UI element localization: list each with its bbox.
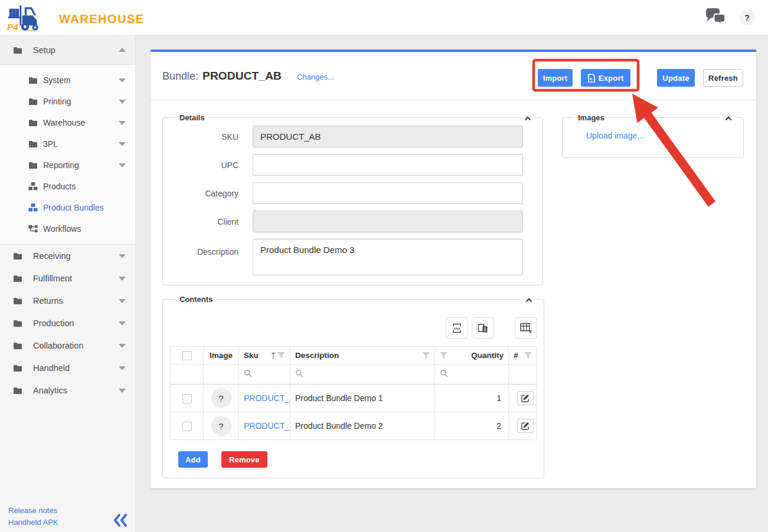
products-icon — [28, 203, 38, 212]
edit-row-button[interactable] — [517, 419, 534, 433]
column-label: Description — [295, 351, 339, 360]
collapse-double-chevron-icon[interactable] — [113, 513, 128, 527]
row-checkbox[interactable] — [182, 394, 192, 403]
sku-link[interactable]: PRODUCT_B — [244, 421, 290, 431]
sidebar-item-reporting[interactable]: Reporting — [0, 155, 135, 176]
table-row: ? PRODUCT_B Product Bundle Demo 2 2 — [171, 412, 537, 440]
sidebar-item-production[interactable]: Production — [0, 312, 135, 334]
folder-icon — [13, 386, 22, 395]
sidebar-item-3pl[interactable]: 3PL — [0, 133, 135, 155]
upload-image-link[interactable]: Upload image... — [586, 131, 644, 140]
sidebar-item-products[interactable]: Products — [0, 176, 135, 197]
sidebar-item-collaboration[interactable]: Collaboration — [0, 334, 135, 357]
image-placeholder[interactable]: ? — [211, 388, 231, 408]
quantity-cell: 2 — [435, 412, 509, 440]
sidebar-item-returns[interactable]: Returns — [0, 290, 135, 312]
filter-funnel-icon[interactable] — [277, 352, 285, 359]
sidebar-item-fulfillment[interactable]: Fulfillment — [0, 267, 135, 290]
topbar-icons: ? — [704, 8, 755, 27]
help-button[interactable]: ? — [739, 9, 755, 25]
export-xlsx-icon: xlsx — [451, 323, 463, 334]
sidebar-item-setup[interactable]: Setup — [0, 35, 135, 65]
top-bar: P4 WAREHOUSE ? — [0, 0, 768, 35]
panel-collapse-icon[interactable] — [722, 116, 735, 121]
column-header-quantity[interactable]: Quantity — [435, 347, 509, 364]
chevron-down-icon — [119, 389, 126, 393]
quantity-filter-cell[interactable] — [435, 364, 509, 385]
row-checkbox[interactable] — [182, 422, 192, 431]
sidebar-item-label: Production — [33, 318, 74, 328]
folder-icon — [13, 297, 22, 305]
import-button[interactable]: Import — [538, 69, 573, 87]
description-filter-cell[interactable] — [290, 364, 435, 385]
chevron-down-icon — [119, 366, 126, 370]
main-content: Bundle: PRODUCT_AB Changes... Import x E… — [136, 35, 768, 532]
sidebar-item-workflows[interactable]: Workflows — [0, 218, 135, 239]
clear-table-button[interactable]: x — [515, 317, 537, 339]
sidebar-item-label: Fulfillment — [33, 274, 72, 283]
description-field[interactable]: Product Bundle Demo 3 — [253, 239, 523, 275]
export-button[interactable]: x Export — [581, 69, 630, 87]
setup-submenu: System Printing Warehouse 3PL Reporting — [0, 65, 135, 245]
card-header: Bundle: PRODUCT_AB Changes... Import x E… — [151, 52, 756, 100]
chat-icon[interactable] — [704, 8, 727, 27]
image-placeholder[interactable]: ? — [211, 416, 231, 436]
sidebar-item-system[interactable]: System — [0, 70, 135, 91]
app-logo[interactable]: P4 WAREHOUSE — [7, 3, 145, 32]
sidebar-item-warehouse[interactable]: Warehouse — [0, 112, 135, 133]
edit-row-button[interactable] — [517, 391, 534, 405]
category-field[interactable] — [253, 182, 523, 204]
folder-icon — [28, 76, 38, 84]
sidebar-item-label: System — [43, 75, 71, 85]
column-header-image[interactable]: Image — [204, 347, 239, 364]
excel-file-icon: x — [588, 74, 595, 83]
sidebar-item-printing[interactable]: Printing — [0, 91, 135, 112]
panel-collapse-icon[interactable] — [521, 116, 534, 121]
chevron-down-icon — [119, 142, 126, 146]
search-icon — [440, 369, 448, 377]
sidebar-item-handheld[interactable]: Handheld — [0, 357, 135, 379]
clear-table-icon: x — [519, 322, 532, 334]
column-header-sku[interactable]: Sku — [239, 347, 290, 364]
upc-label: UPC — [170, 160, 253, 170]
handheld-apk-link[interactable]: Handheld APK — [8, 517, 58, 528]
sidebar-item-receiving[interactable]: Receiving — [0, 245, 135, 267]
folder-icon — [13, 341, 22, 350]
sidebar-sections: Receiving Fulfillment Returns Production — [0, 245, 135, 402]
release-notes-link[interactable]: Release notes — [8, 505, 58, 517]
sku-filter-cell[interactable] — [239, 364, 290, 385]
folder-icon — [28, 119, 38, 127]
sidebar-item-analytics[interactable]: Analytics — [0, 379, 135, 402]
filter-funnel-icon[interactable] — [440, 352, 447, 359]
changes-link[interactable]: Changes... — [297, 73, 334, 81]
images-panel: Images Upload image... — [562, 113, 744, 158]
update-button[interactable]: Update — [657, 69, 695, 87]
select-all-checkbox[interactable] — [182, 351, 192, 360]
sidebar-item-product-bundles[interactable]: Product Bundles — [0, 197, 135, 218]
column-header-row-number[interactable]: # — [509, 347, 537, 364]
folder-icon — [13, 274, 22, 283]
header-actions: Import x Export Update Refresh — [538, 69, 743, 87]
filter-funnel-icon[interactable] — [524, 352, 532, 359]
sku-link[interactable]: PRODUCT_A — [244, 393, 290, 403]
forklift-logo-icon: P4 — [7, 3, 54, 32]
export-xlsx-button[interactable]: xlsx — [446, 317, 468, 339]
add-button[interactable]: Add — [178, 451, 208, 468]
title-prefix: Bundle: — [162, 70, 198, 83]
column-label: Quantity — [471, 351, 504, 360]
chevron-up-icon — [119, 48, 126, 52]
chevron-down-icon — [119, 344, 126, 348]
panel-collapse-icon[interactable] — [522, 298, 535, 303]
column-header-description[interactable]: Description — [290, 347, 435, 364]
search-icon — [244, 369, 252, 377]
sidebar-item-label: Returns — [33, 296, 63, 306]
copy-grid-button[interactable] — [472, 317, 494, 339]
sidebar-footer: Release notes Handheld APK — [0, 505, 135, 528]
filter-funnel-icon[interactable] — [422, 352, 430, 359]
remove-button[interactable]: Remove — [221, 451, 267, 468]
refresh-button[interactable]: Refresh — [703, 69, 743, 87]
svg-text:x: x — [529, 329, 532, 334]
upc-field[interactable] — [253, 154, 523, 176]
sku-field — [253, 126, 523, 147]
table-actions: Add Remove — [178, 451, 537, 468]
